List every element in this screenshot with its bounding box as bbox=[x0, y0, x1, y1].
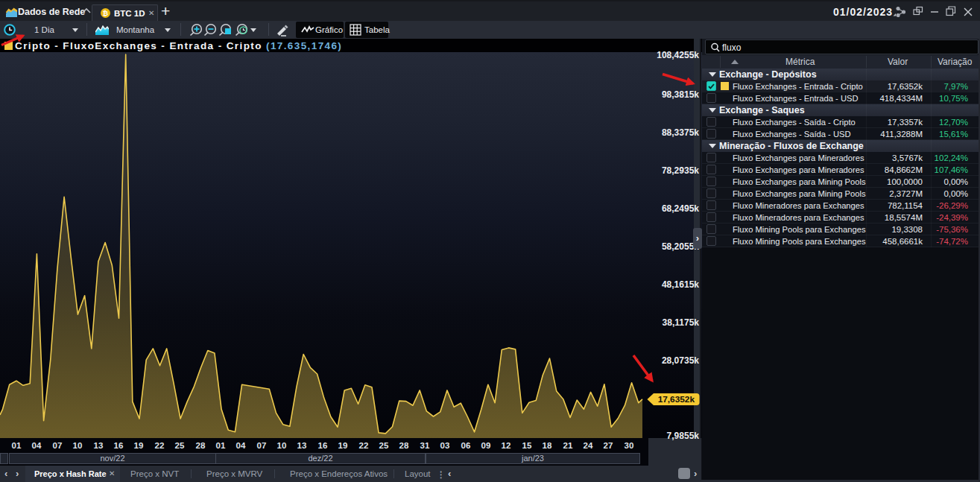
svg-text:17,6352k: 17,6352k bbox=[658, 394, 695, 405]
